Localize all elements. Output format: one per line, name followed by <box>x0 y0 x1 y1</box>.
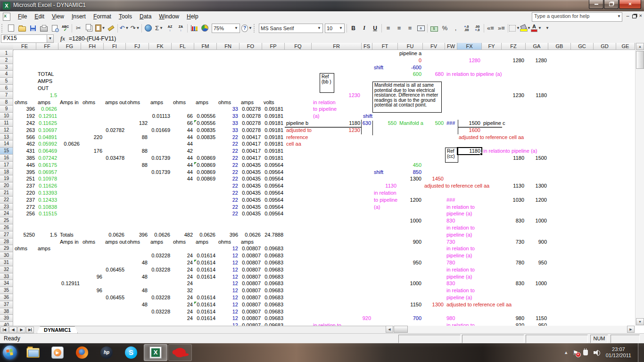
cell-FK10[interactable]: 0.01113 <box>149 113 172 120</box>
cell-FW27[interactable]: pipeline (a) <box>445 231 472 239</box>
cell-FO13[interactable]: 0.00417 <box>239 134 262 141</box>
cell-FN28[interactable]: ohms <box>217 239 231 246</box>
cell-FE19[interactable]: 251 <box>13 175 36 182</box>
cell-FM18[interactable]: 0.00869 <box>194 169 217 176</box>
cell-FU17[interactable]: 450 <box>398 162 423 169</box>
comma-button[interactable]: , <box>450 23 461 33</box>
cell-FE15[interactable]: 431 <box>13 148 36 155</box>
cell-FV11[interactable]: 500 <box>423 120 445 127</box>
column-header-FL[interactable]: FL <box>172 43 194 50</box>
cell-FL18[interactable]: 44 <box>172 169 194 176</box>
menu-insert[interactable]: Insert <box>68 12 90 21</box>
doc-close-button[interactable]: × <box>639 13 642 18</box>
cell-FW22[interactable]: ### <box>445 197 455 204</box>
cell-FF29[interactable]: amps <box>36 245 50 252</box>
cell-FS11[interactable]: 630 <box>362 120 372 127</box>
cell-FP19[interactable]: 0.09564 <box>262 175 285 182</box>
row-header-17[interactable]: 17 <box>0 162 13 169</box>
column-header-FH[interactable]: FH <box>81 43 104 50</box>
column-header-GB[interactable]: GB <box>548 43 571 50</box>
cell-FP14[interactable]: 0.09181 <box>262 140 285 148</box>
cell-FX12[interactable]: 1600 <box>457 127 482 134</box>
hyperlink-button[interactable] <box>143 23 154 33</box>
borders-button[interactable]: ▼ <box>509 23 520 33</box>
doc-restore-button[interactable] <box>632 15 636 18</box>
taskbar-firefox-button[interactable] <box>70 344 94 361</box>
cell-FM33[interactable]: 0.01614 <box>194 273 217 280</box>
cell-FP31[interactable]: 0.09683 <box>262 259 285 266</box>
cell-FE24[interactable]: 256 <box>13 210 36 217</box>
cell-GA16[interactable]: 1500 <box>526 155 548 162</box>
cell-FN16[interactable]: 22 <box>217 155 239 162</box>
menu-help[interactable]: Help <box>183 12 202 21</box>
cell-FN20[interactable]: 22 <box>217 182 239 189</box>
column-header-FM[interactable]: FM <box>194 43 217 50</box>
vertical-scrollbar[interactable]: ▲ ▼ <box>635 43 644 326</box>
cell-FO20[interactable]: 0.00435 <box>239 182 262 189</box>
cell-FW34[interactable]: 830 <box>445 280 455 287</box>
cell-FR9[interactable]: to pipeline <box>312 106 337 113</box>
cell-FI27[interactable]: 0.0626 <box>104 231 126 239</box>
row-header-28[interactable]: 28 <box>0 239 13 246</box>
autosum-button[interactable]: Σ▼ <box>154 23 165 33</box>
cell-FM36[interactable]: 0.01614 <box>194 294 217 301</box>
cell-FT20[interactable]: 1130 <box>372 182 398 189</box>
cell-FL33[interactable]: 24 <box>172 273 194 280</box>
font-color-button[interactable]: A▼ <box>531 23 542 33</box>
row-header-1[interactable]: 1 <box>0 50 13 57</box>
cell-FW23[interactable]: in relation to <box>445 204 475 211</box>
cell-FM8[interactable]: amps <box>194 99 208 106</box>
cell-FF13[interactable]: 0.04891 <box>36 134 58 141</box>
cell-FO28[interactable]: amps <box>239 239 254 246</box>
cell-FE23[interactable]: 272 <box>13 204 36 211</box>
cell-FM27[interactable]: 0.0626 <box>194 231 217 239</box>
cell-FH33[interactable]: 96 <box>81 273 104 280</box>
cell-FN37[interactable]: 12 <box>217 301 239 308</box>
cell-FV4[interactable]: 680 <box>423 71 445 78</box>
cell-FJ17[interactable]: 88 <box>126 162 149 169</box>
cell-FW28[interactable]: 730 <box>445 239 455 246</box>
column-header-FN[interactable]: FN <box>217 43 239 50</box>
cell-FR12[interactable]: 1230 <box>312 127 362 134</box>
cell-FL27[interactable]: 482 <box>172 231 194 239</box>
cell-FP8[interactable]: volts <box>262 99 274 106</box>
taskbar-hp-button[interactable]: hp <box>95 344 118 361</box>
save-button[interactable] <box>27 23 38 33</box>
bold-button[interactable]: B <box>348 23 359 33</box>
underline-button[interactable]: U <box>370 23 380 33</box>
horizontal-scrollbar[interactable]: ◀ ▶ <box>386 326 635 333</box>
row-header-33[interactable]: 33 <box>0 273 13 280</box>
cell-FO11[interactable]: 0.00278 <box>239 120 262 127</box>
increase-indent-button[interactable]: »≡ <box>496 23 507 33</box>
cell-FN14[interactable]: 22 <box>217 140 239 148</box>
cell-FH35[interactable]: 96 <box>81 287 104 294</box>
cell-FU37[interactable]: 1150 <box>398 301 423 308</box>
cell-FO24[interactable]: 0.00435 <box>239 210 262 217</box>
cell-FW29[interactable]: in relation to <box>445 245 475 252</box>
cell-FO8[interactable]: amps <box>239 99 254 106</box>
column-header-GA[interactable]: GA <box>526 43 548 50</box>
cell-FN24[interactable]: 22 <box>217 210 239 217</box>
text-box-annotation[interactable]: Ref (cc) <box>445 148 458 163</box>
cell-FM16[interactable]: 0.00869 <box>194 155 217 162</box>
cell-FN40[interactable]: 12 <box>217 322 239 326</box>
column-header-FX[interactable]: FX <box>457 43 482 50</box>
cell-FL10[interactable]: 66 <box>172 113 194 120</box>
cell-FJ33[interactable]: 48 <box>126 273 149 280</box>
cell-FM11[interactable]: 0.00556 <box>194 120 217 127</box>
cell-FE18[interactable]: 395 <box>13 169 36 176</box>
row-header-30[interactable]: 30 <box>0 252 13 259</box>
row-header-23[interactable]: 23 <box>0 204 13 211</box>
font-size-select[interactable]: 10▼ <box>325 24 345 33</box>
cell-FN27[interactable]: 396 <box>217 231 239 239</box>
cell-FK32[interactable]: 0.03228 <box>149 266 172 273</box>
help-search-input[interactable]: Type a question for help▼ <box>532 12 622 22</box>
cell-FG14[interactable]: 0.0626 <box>58 140 81 148</box>
row-header-35[interactable]: 35 <box>0 287 13 294</box>
cell-FL37[interactable]: 24 <box>172 301 194 308</box>
cell-FR8[interactable]: in relation <box>312 99 336 106</box>
cell-FE20[interactable]: 237 <box>13 182 36 189</box>
row-header-5[interactable]: 5 <box>0 78 13 85</box>
cell-FL14[interactable]: 44 <box>172 140 194 148</box>
row-header-7[interactable]: 7 <box>0 92 13 99</box>
